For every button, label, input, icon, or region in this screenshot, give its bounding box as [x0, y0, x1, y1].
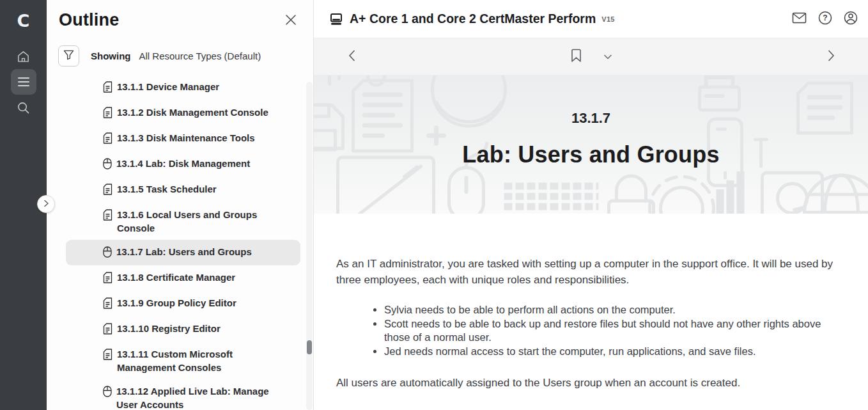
course-title: A+ Core 1 and Core 2 CertMaster Perform — [350, 12, 596, 26]
chevron-down-icon — [603, 52, 612, 61]
lesson-body: As an IT administrator, you are tasked w… — [314, 214, 868, 410]
outline-menu-button[interactable] — [11, 69, 36, 95]
intro-paragraph: As an IT administrator, you are tasked w… — [336, 256, 836, 288]
bullet-item: Sylvia needs to be able to perform all a… — [384, 303, 836, 317]
search-button[interactable] — [11, 95, 36, 120]
course-header: A+ Core 1 and Core 2 CertMaster Perform … — [314, 0, 868, 38]
outline-item-label: 13.1.9 Group Policy Editor — [117, 296, 282, 310]
outline-item[interactable]: 13.1.5 Task Scheduler — [66, 177, 300, 203]
close-icon — [285, 18, 297, 28]
lesson-nav-bar — [314, 38, 868, 75]
lesson-hero-banner: 13.1.7 Lab: Users and Groups — [314, 75, 868, 214]
close-panel-button[interactable] — [285, 14, 297, 28]
outline-item[interactable]: 13.1.9 Group Policy Editor — [66, 291, 300, 317]
bullet-item: Jed needs normal access to start the com… — [384, 345, 836, 359]
bullet-item: Scott needs to be able to back up and re… — [384, 317, 836, 345]
showing-label: Showing — [91, 51, 131, 61]
outline-item-label: 13.1.12 Applied Live Lab: Manage User Ac… — [116, 384, 281, 410]
document-icon — [103, 323, 112, 337]
lab-mouse-icon — [103, 246, 112, 260]
outline-list: 13.1.1 Device Manager 13.1.2 Disk Manage… — [47, 75, 313, 410]
help-icon: ? — [818, 11, 832, 27]
outline-item[interactable]: 13.1.11 Custom Microsoft Management Cons… — [66, 342, 300, 379]
course-book-icon — [330, 13, 343, 26]
menu-icon — [17, 77, 30, 87]
main-content: A+ Core 1 and Core 2 CertMaster Perform … — [313, 0, 868, 410]
outline-item-label: 13.1.11 Custom Microsoft Management Cons… — [117, 347, 282, 374]
task-paragraph: In this lab, your task is to create thei… — [336, 406, 836, 410]
outline-item[interactable]: 13.1.10 Registry Editor — [66, 317, 300, 342]
filter-funnel-icon — [63, 50, 74, 62]
next-page-button[interactable] — [824, 46, 839, 67]
previous-page-button[interactable] — [345, 46, 359, 67]
lab-mouse-icon — [103, 386, 112, 400]
chevron-right-icon — [828, 50, 835, 63]
outline-item[interactable]: 13.1.3 Disk Maintenance Tools — [66, 126, 300, 152]
outline-item-label: 13.1.10 Registry Editor — [117, 322, 282, 335]
chevron-left-icon — [348, 50, 355, 63]
document-icon — [103, 209, 112, 223]
outline-item-label: 13.1.8 Certificate Manager — [117, 271, 282, 284]
document-icon — [103, 132, 112, 146]
document-icon — [103, 184, 112, 198]
outline-item[interactable]: 13.1.8 Certificate Manager — [66, 265, 300, 291]
outline-item[interactable]: 13.1.4 Lab: Disk Management — [66, 152, 300, 177]
outline-item-label: 13.1.1 Device Manager — [117, 80, 282, 93]
home-icon — [17, 50, 30, 63]
filter-value: All Resource Types (Default) — [139, 51, 261, 61]
bookmark-icon — [570, 49, 582, 65]
document-icon — [103, 272, 112, 286]
document-icon — [103, 107, 112, 121]
note-paragraph: All users are automatically assigned to … — [336, 375, 836, 391]
mail-icon — [792, 12, 807, 26]
account-button[interactable] — [844, 11, 858, 27]
filter-row: Showing All Resource Types (Default) — [58, 45, 313, 67]
outline-item[interactable]: 13.1.7 Lab: Users and Groups — [66, 240, 300, 265]
outline-item-label: 13.1.6 Local Users and Groups Console — [117, 208, 282, 235]
messages-button[interactable] — [792, 12, 807, 26]
bookmark-menu-button[interactable] — [600, 48, 616, 65]
panel-toggle-button[interactable] — [37, 195, 55, 213]
document-icon — [103, 81, 112, 95]
lab-mouse-icon — [103, 158, 112, 172]
outline-item[interactable]: 13.1.2 Disk Management Console — [66, 100, 300, 126]
search-icon — [17, 101, 30, 114]
outline-item-label: 13.1.4 Lab: Disk Management — [116, 157, 281, 170]
lesson-number: 13.1.7 — [314, 75, 868, 127]
document-icon — [103, 297, 112, 311]
outline-item-label: 13.1.3 Disk Maintenance Tools — [117, 131, 282, 145]
outline-item[interactable]: 13.1.12 Applied Live Lab: Manage User Ac… — [66, 379, 300, 410]
help-button[interactable]: ? — [818, 11, 832, 27]
course-version-badge: V15 — [601, 15, 614, 23]
bookmark-button[interactable] — [566, 45, 585, 68]
outline-item-label: 13.1.7 Lab: Users and Groups — [116, 245, 281, 258]
outline-title: Outline — [59, 10, 119, 30]
c-logo: C — [17, 8, 30, 33]
requirements-list: Sylvia needs to be able to perform all a… — [336, 303, 836, 358]
account-icon — [844, 11, 858, 27]
outline-item-label: 13.1.2 Disk Management Console — [117, 106, 282, 119]
outline-scrollbar-thumb[interactable] — [307, 340, 312, 354]
filter-button[interactable] — [58, 45, 79, 67]
outline-panel: Outline Showing All Resource Types (Defa… — [47, 0, 313, 410]
outline-item[interactable]: 13.1.1 Device Manager — [66, 75, 300, 100]
lesson-title: Lab: Users and Groups — [314, 141, 868, 168]
home-button[interactable] — [11, 43, 36, 69]
chevron-right-icon — [43, 200, 49, 209]
outline-scrollbar[interactable] — [306, 82, 313, 410]
lesson-content[interactable]: 13.1.7 Lab: Users and Groups As an IT ad… — [314, 75, 868, 410]
outline-item[interactable]: 13.1.6 Local Users and Groups Console — [66, 203, 300, 240]
app-window: C Outline — [0, 0, 868, 410]
outline-item-label: 13.1.5 Task Scheduler — [117, 182, 282, 196]
document-icon — [103, 349, 112, 363]
svg-text:?: ? — [823, 13, 827, 22]
